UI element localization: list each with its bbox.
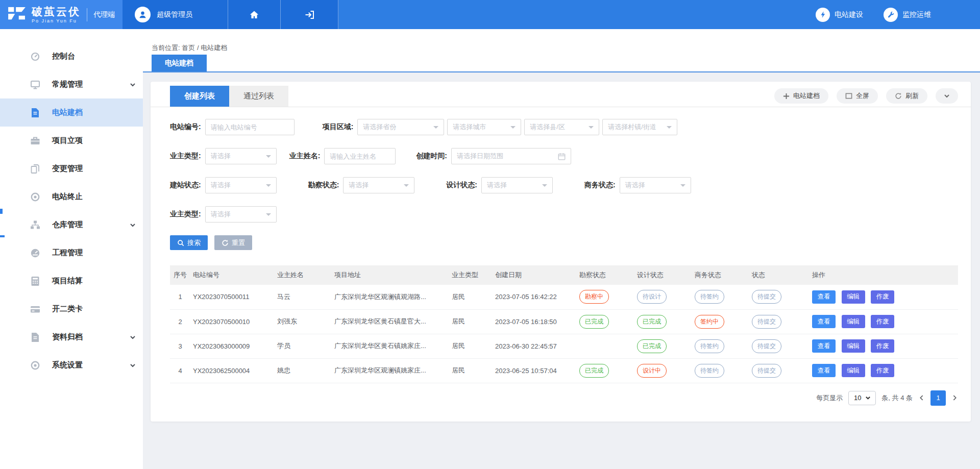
status-badge: 待提交 [752,290,781,304]
gauge-icon [30,248,41,259]
sidebar-item-station-termination[interactable]: 电站终止 [0,183,143,211]
sidebar-item-label: 常规管理 [52,80,83,89]
table-row: 2 YX2023070500010 刘强东 广东深圳龙华区黄石镇星官大... 居… [170,309,958,334]
calculator-icon [30,276,41,287]
design-status-select[interactable]: 请选择 [481,177,553,193]
sidebar-item-data-archiving[interactable]: 资料归档 [0,323,143,351]
edit-button[interactable]: 编辑 [842,364,865,377]
edit-button[interactable]: 编辑 [842,290,865,304]
design-status-badge: 设计中 [637,364,667,378]
collapse-toolbar-button[interactable] [936,88,958,104]
build-status-select[interactable]: 请选择 [205,177,277,193]
view-button[interactable]: 查看 [812,315,836,328]
survey-status-badge: 已完成 [579,315,609,329]
void-button[interactable]: 作废 [871,290,894,304]
owner-type2-select[interactable]: 请选择 [205,206,277,223]
sidebar-item-project-settlement[interactable]: 项目结算 [0,267,143,295]
owner-name-input[interactable] [324,148,396,164]
sidebar-item-general-management[interactable]: 常规管理 [0,70,143,98]
business-status-select[interactable]: 请选择 [620,177,691,193]
reset-button[interactable]: 重置 [214,235,252,250]
add-station-button[interactable]: 电站建档 [774,88,828,104]
sidebar-item-open-type2-card[interactable]: 开二类卡 [0,295,143,323]
design-status-label: 设计状态: [446,181,477,190]
sidebar-item-console[interactable]: 控制台 [0,42,143,70]
document-icon [30,107,41,118]
view-button[interactable]: 查看 [812,364,836,377]
edit-button[interactable]: 编辑 [842,315,865,328]
sidebar-item-label: 项目结算 [52,276,83,286]
dashboard-icon [30,51,41,62]
design-status-badge: 待设计 [637,290,667,304]
filter-form: 电站编号: 项目区域: 请选择省份 请选择城市 请选择县/区 请选择村镇/街道 [151,107,971,223]
search-icon [177,239,184,246]
chevron-down-icon [130,222,136,228]
logo-subtitle: Po Jian Yun Fu [32,19,81,23]
sidebar-item-label: 资料归档 [52,332,83,342]
sidebar-item-project-initiation[interactable]: 项目立项 [0,127,143,155]
logout-button[interactable] [281,0,338,29]
select-arrow-icon [680,184,685,189]
business-status-label: 商务状态: [584,181,616,190]
station-code-label: 电站编号: [170,122,201,132]
page-tab-station-archive[interactable]: 电站建档 [152,55,207,71]
tab-created-list[interactable]: 创建列表 [170,86,229,107]
nav-station-construction-label: 电站建设 [835,10,863,19]
calendar-icon [558,153,566,160]
home-button[interactable] [228,0,281,29]
sidebar-item-label: 开二类卡 [52,304,83,314]
select-arrow-icon [433,126,438,131]
nav-monitor-ops[interactable]: 监控运维 [884,0,931,29]
city-select[interactable]: 请选择城市 [447,119,521,135]
void-button[interactable]: 作废 [871,339,894,353]
scroll-indicator [0,235,5,237]
nav-station-construction[interactable]: 电站建设 [816,0,863,29]
sidebar-item-system-settings[interactable]: 系统设置 [0,351,143,379]
table-row: 1 YX2023070500011 马云 广东深圳龙华区观澜镇观湖路... 居民… [170,285,958,309]
breadcrumb-home[interactable]: 首页 [182,44,195,52]
reset-icon [222,239,229,246]
sidebar-item-warehouse-management[interactable]: 仓库管理 [0,211,143,239]
plus-icon [783,93,790,100]
table-row: 4 YX2023062500004 姚忠 广东深圳龙华区观澜镇姚家庄... 居民… [170,358,958,383]
nav-monitor-ops-label: 监控运维 [902,10,931,19]
select-arrow-icon [589,126,594,131]
create-time-range-input[interactable]: 请选择日期范围 [451,148,571,164]
owner-type-select[interactable]: 请选择 [205,148,277,164]
tab-passed-list[interactable]: 通过列表 [229,86,288,107]
void-button[interactable]: 作废 [871,364,894,377]
edit-button[interactable]: 编辑 [842,339,865,353]
build-status-label: 建站状态: [170,181,201,190]
sidebar-item-station-archive[interactable]: 电站建档 [0,98,143,127]
survey-status-select[interactable]: 请选择 [343,177,414,193]
user-menu[interactable]: 超级管理员 [122,0,228,29]
per-page-select[interactable]: 10 [848,391,876,405]
prev-page-button[interactable] [918,394,925,401]
view-button[interactable]: 查看 [812,290,836,304]
sidebar-item-change-management[interactable]: 变更管理 [0,155,143,183]
table-header-row: 序号 电站编号 业主姓名 项目地址 业主类型 创建日期 勘察状态 设计状态 商务… [170,265,958,285]
status-badge: 待提交 [752,315,781,329]
district-select[interactable]: 请选择县/区 [524,119,599,135]
search-button[interactable]: 搜索 [170,235,208,250]
province-select[interactable]: 请选择省份 [357,119,444,135]
status-badge: 待提交 [752,364,781,378]
pagination: 每页显示 10 条, 共 4 条 1 [151,390,958,406]
sidebar-item-engineering-management[interactable]: 工程管理 [0,239,143,267]
fullscreen-button[interactable]: 全屏 [837,88,878,104]
page-number-button[interactable]: 1 [930,390,946,406]
avatar [135,7,151,22]
view-button[interactable]: 查看 [812,339,836,353]
street-select[interactable]: 请选择村镇/街道 [602,119,677,135]
design-status-badge: 已完成 [637,315,667,329]
app-logo: 破茧云伏 Po Jian Yun Fu 代理端 [0,0,122,29]
void-button[interactable]: 作废 [871,315,894,328]
target-icon [30,191,41,203]
chevron-down-icon [130,82,136,88]
owner-type2-label: 业主类型: [170,210,201,219]
survey-status-badge: 已完成 [579,364,609,378]
next-page-button[interactable] [951,394,958,401]
station-code-input[interactable] [205,119,295,135]
select-arrow-icon [266,184,271,189]
refresh-button[interactable]: 刷新 [886,88,927,104]
